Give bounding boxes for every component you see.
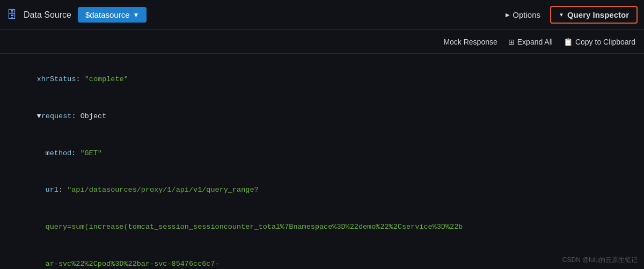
xhr-status-val: "complete" bbox=[85, 75, 128, 83]
options-label: Options bbox=[513, 10, 540, 19]
url-val3: ar-svc%22%2Cpod%3D%22bar-svc-85476cc6c7- bbox=[46, 260, 219, 268]
request-key: request bbox=[41, 112, 72, 120]
url-val2: query=sum(increase(tomcat_session_sessio… bbox=[46, 223, 463, 231]
code-area: xhrStatus: "complete" ▼request: Object m… bbox=[0, 54, 644, 269]
copy-label: Copy to Clipboard bbox=[575, 38, 635, 46]
code-line-1: xhrStatus: "complete" bbox=[11, 61, 633, 98]
watermark: CSDN @lulu的云原生笔记 bbox=[562, 256, 638, 265]
expand-all-button[interactable]: ⊞ Expand All bbox=[508, 38, 553, 46]
copy-to-clipboard-button[interactable]: 📋 Copy to Clipboard bbox=[564, 38, 635, 46]
expand-all-label: Expand All bbox=[517, 38, 553, 46]
method-key: method bbox=[46, 149, 72, 157]
database-icon: 🗄 bbox=[6, 9, 17, 21]
triangle-down-icon: ▼ bbox=[559, 12, 564, 18]
clipboard-icon: 📋 bbox=[564, 38, 573, 46]
request-obj: Object bbox=[80, 112, 107, 120]
datasource-button[interactable]: $datasource ▼ bbox=[78, 7, 147, 23]
options-button[interactable]: ▶ Options bbox=[500, 7, 546, 23]
xhr-status-key: xhrStatus bbox=[37, 75, 76, 83]
code-line-5: query=sum(increase(tomcat_session_sessio… bbox=[11, 209, 633, 246]
mock-response-button[interactable]: Mock Response bbox=[443, 38, 497, 46]
triangle-right-icon: ▶ bbox=[506, 12, 510, 18]
code-line-6: ar-svc%22%2Cpod%3D%22bar-svc-85476cc6c7- bbox=[11, 246, 633, 269]
query-inspector-label: Query Inspector bbox=[567, 10, 629, 19]
code-line-2: ▼request: Object bbox=[11, 98, 633, 135]
datasource-btn-label: $datasource bbox=[85, 10, 130, 19]
data-source-label: Data Source bbox=[24, 10, 71, 20]
code-line-3: method: "GET" bbox=[11, 135, 633, 172]
code-line-4: url: "api/datasources/proxy/1/api/v1/que… bbox=[11, 172, 633, 209]
method-val: "GET" bbox=[80, 149, 102, 157]
query-inspector-button[interactable]: ▼ Query Inspector bbox=[550, 6, 638, 24]
caret-down-icon: ▼ bbox=[133, 11, 140, 19]
url-key: url bbox=[46, 186, 58, 194]
toolbar-row: Mock Response ⊞ Expand All 📋 Copy to Cli… bbox=[0, 30, 644, 54]
url-val1: "api/datasources/proxy/1/api/v1/query_ra… bbox=[67, 186, 258, 194]
expand-icon: ⊞ bbox=[508, 38, 515, 46]
header-bar: 🗄 Data Source $datasource ▼ ▶ Options ▼ … bbox=[0, 0, 644, 30]
mock-response-label: Mock Response bbox=[443, 38, 497, 46]
